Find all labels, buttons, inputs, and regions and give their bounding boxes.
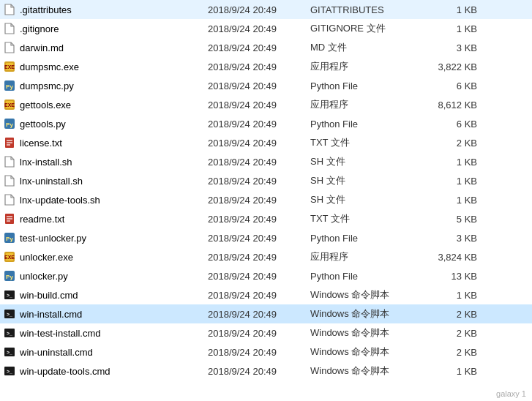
file-date: 2018/9/24 20:49	[208, 195, 310, 206]
file-date: 2018/9/24 20:49	[208, 214, 310, 225]
file-name: unlocker.exe	[20, 252, 73, 263]
table-row[interactable]: lnx-update-tools.sh2018/9/24 20:49SH 文件1…	[0, 190, 532, 209]
table-row[interactable]: .gitignore2018/9/24 20:49GITIGNORE 文件1 K…	[0, 19, 532, 38]
file-name-col: Py test-unlocker.py	[3, 231, 208, 244]
file-size: 5 KB	[427, 214, 486, 225]
table-row[interactable]: >_ win-test-install.cmd2018/9/24 20:49Wi…	[0, 323, 532, 342]
file-name: lnx-uninstall.sh	[20, 176, 83, 187]
file-size: 3,822 KB	[427, 61, 486, 72]
svg-text:>_: >_	[7, 331, 12, 336]
file-name-col: EXE gettools.exe	[3, 98, 208, 111]
table-row[interactable]: Py gettools.py2018/9/24 20:49Python File…	[0, 114, 532, 133]
generic-icon	[3, 41, 16, 54]
cmd-icon: >_	[3, 307, 16, 321]
file-type: Python File	[310, 233, 427, 244]
generic-icon	[3, 22, 16, 35]
file-date: 2018/9/24 20:49	[208, 271, 310, 282]
py-icon: Py	[3, 269, 16, 282]
file-type: Python File	[310, 271, 427, 282]
file-type: Windows 命令脚本	[310, 307, 427, 321]
file-type: GITATTRIBUTES	[310, 4, 427, 15]
file-date: 2018/9/24 20:49	[208, 119, 310, 130]
generic-icon	[3, 155, 16, 168]
file-name-col: EXE dumpsmc.exe	[3, 60, 208, 73]
file-name: dumpsmc.py	[20, 80, 74, 91]
file-name-col: lnx-update-tools.sh	[3, 193, 208, 206]
svg-text:>_: >_	[7, 369, 12, 374]
file-name-col: >_ win-build.cmd	[3, 288, 208, 301]
file-date: 2018/9/24 20:49	[208, 328, 310, 339]
file-name: lnx-update-tools.sh	[20, 195, 100, 206]
file-date: 2018/9/24 20:49	[208, 80, 310, 91]
table-row[interactable]: Py unlocker.py2018/9/24 20:49Python File…	[0, 266, 532, 285]
table-row[interactable]: EXE dumpsmc.exe2018/9/24 20:49应用程序3,822 …	[0, 57, 532, 76]
file-type: Windows 命令脚本	[310, 288, 427, 301]
svg-text:EXE: EXE	[4, 102, 15, 108]
table-row[interactable]: lnx-install.sh2018/9/24 20:49SH 文件1 KB	[0, 152, 532, 171]
table-row[interactable]: license.txt2018/9/24 20:49TXT 文件2 KB	[0, 133, 532, 152]
file-name: dumpsmc.exe	[20, 61, 79, 72]
file-size: 13 KB	[427, 271, 486, 282]
table-row[interactable]: EXE unlocker.exe2018/9/24 20:49应用程序3,824…	[0, 247, 532, 266]
table-row[interactable]: lnx-uninstall.sh2018/9/24 20:49SH 文件1 KB	[0, 171, 532, 190]
svg-text:Py: Py	[6, 236, 13, 242]
table-row[interactable]: >_ win-uninstall.cmd2018/9/24 20:49Windo…	[0, 342, 532, 361]
file-type: TXT 文件	[310, 136, 427, 149]
file-type: Windows 命令脚本	[310, 326, 427, 340]
file-name: win-install.cmd	[20, 309, 82, 320]
table-row[interactable]: readme.txt2018/9/24 20:49TXT 文件5 KB	[0, 209, 532, 228]
svg-text:EXE: EXE	[4, 255, 15, 260]
file-type: TXT 文件	[310, 212, 427, 225]
file-type: Windows 命令脚本	[310, 345, 427, 359]
table-row[interactable]: Py test-unlocker.py2018/9/24 20:49Python…	[0, 228, 532, 247]
file-date: 2018/9/24 20:49	[208, 42, 310, 53]
table-row[interactable]: >_ win-build.cmd2018/9/24 20:49Windows 命…	[0, 285, 532, 304]
file-type: SH 文件	[310, 193, 427, 206]
table-row[interactable]: .gitattributes2018/9/24 20:49GITATTRIBUT…	[0, 0, 532, 19]
file-date: 2018/9/24 20:49	[208, 252, 310, 263]
exe-icon: EXE	[3, 60, 16, 73]
file-name-col: >_ win-update-tools.cmd	[3, 364, 208, 378]
file-size: 2 KB	[427, 328, 486, 339]
file-name: .gitattributes	[20, 4, 72, 15]
license-icon	[3, 212, 16, 225]
file-size: 8,612 KB	[427, 100, 486, 110]
file-date: 2018/9/24 20:49	[208, 233, 310, 244]
svg-text:Py: Py	[6, 83, 13, 90]
file-name: win-test-install.cmd	[20, 328, 101, 339]
svg-text:>_: >_	[7, 293, 12, 298]
file-name: win-uninstall.cmd	[20, 347, 93, 358]
file-size: 1 KB	[427, 176, 486, 187]
cmd-icon: >_	[3, 326, 16, 340]
file-date: 2018/9/24 20:49	[208, 61, 310, 72]
table-row[interactable]: >_ win-update-tools.cmd2018/9/24 20:49Wi…	[0, 361, 532, 381]
file-type: SH 文件	[310, 155, 427, 168]
file-size: 2 KB	[427, 309, 486, 320]
file-date: 2018/9/24 20:49	[208, 138, 310, 149]
file-type: GITIGNORE 文件	[310, 22, 427, 35]
file-name-col: >_ win-uninstall.cmd	[3, 345, 208, 359]
file-name-col: Py dumpsmc.py	[3, 79, 208, 92]
file-name-col: >_ win-test-install.cmd	[3, 326, 208, 340]
table-row[interactable]: >_ win-install.cmd2018/9/24 20:49Windows…	[0, 304, 532, 323]
file-name: .gitignore	[20, 23, 59, 34]
file-size: 1 KB	[427, 366, 486, 377]
file-size: 6 KB	[427, 119, 486, 130]
file-size: 3 KB	[427, 42, 486, 53]
file-name-col: Py gettools.py	[3, 117, 208, 130]
file-date: 2018/9/24 20:49	[208, 23, 310, 34]
file-type: Python File	[310, 119, 427, 130]
file-date: 2018/9/24 20:49	[208, 4, 310, 15]
file-size: 3 KB	[427, 233, 486, 244]
table-row[interactable]: darwin.md2018/9/24 20:49MD 文件3 KB	[0, 38, 532, 57]
generic-icon	[3, 174, 16, 187]
table-row[interactable]: EXE gettools.exe2018/9/24 20:49应用程序8,612…	[0, 95, 532, 114]
file-type: 应用程序	[310, 60, 427, 73]
file-name-col: EXE unlocker.exe	[3, 250, 208, 263]
file-size: 2 KB	[427, 138, 486, 149]
file-type: Windows 命令脚本	[310, 364, 427, 378]
cmd-icon: >_	[3, 345, 16, 359]
file-type: MD 文件	[310, 41, 427, 54]
table-row[interactable]: Py dumpsmc.py2018/9/24 20:49Python File6…	[0, 76, 532, 95]
file-name: readme.txt	[20, 214, 64, 225]
